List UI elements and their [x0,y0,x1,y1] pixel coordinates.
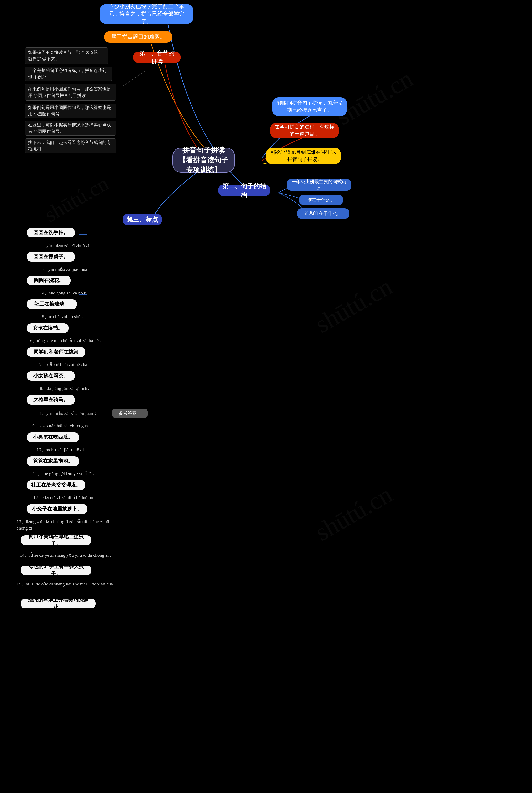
sentence-structure-1: 一年级上册最主要的句式就是 [287,179,351,191]
pinyin-line-2: 2、yín miǎo zài cā zhuō zi . [27,241,104,250]
right-blue-1: 转眼间拼音句子拼读，国庆假期已经接近尾声了。 [272,97,347,116]
pinyin-line-7: 7、xiǎo nǚ hái zài hē chá . [27,360,102,369]
chinese-sentence-6: 同学们和老师在拔河 [27,347,85,357]
chinese-sentence-15: 碧绿的草地上开着美丽的鲜花。 [21,599,96,608]
ref-label: 参考答案： [112,409,148,418]
chinese-sentence-12: 小兔子在地里拔萝卜。 [27,504,87,514]
chinese-sentence-13: 两只小黄鸡在草地上捉虫子。 [21,535,92,545]
pinyin-line-11: 11、shé gōng gěi lǎo yé ye lǐ fà . [17,469,110,478]
right-yellow-1: 那么这道题目到底难在哪里呢拼音句子拼读? [266,148,341,164]
pinyin-line-10: 10、bà bɑ zài jiā lǐ tuō dì . [21,445,102,455]
sentence-structure-2: 谁在干什么。 [299,195,343,205]
section1-node: 第一、音节的拼读 [133,52,181,63]
orange-node-1: 属于拼音题目的难题。 [104,31,172,43]
text-explain-1: 如果孩子不会拼读音节，那么这道题目就肯定 做不来。 [25,48,108,64]
chinese-sentence-5: 女孩在读书。 [27,323,69,333]
pinyin-line-3: 3、yín miǎo zài jiāo huā . [27,264,104,274]
mindmap-container: 拼音句子拼读【看拼音读句子专项训练】 不少小朋友已经学完了前三个单元，换言之，拼… [0,0,532,793]
ref-answer-1: 1、yín miǎo zài xǐ shōu juàn； [27,409,110,418]
pinyin-line-5: 5、nǚ hái zài dú shū . [27,312,98,321]
chinese-sentence-8: 大将军在骑马。 [27,395,75,405]
chinese-sentence-3: 圆圆在浇花。 [27,276,71,285]
section2-node: 第二、句子的结构 [218,185,270,196]
svg-line-8 [122,71,146,86]
text-explain-6: 接下来，我们一起来看看这份音节成句的专 项练习 [25,139,116,153]
pinyin-line-4: 4、shé gōng zài cā bō li . [27,288,104,298]
chinese-sentence-1: 圆圆在洗手帕。 [27,228,75,237]
pinyin-line-8: 8、dà jiāng jūn zài qí mǎ . [27,384,102,393]
chinese-sentence-10: 爸爸在家里拖地。 [27,456,79,466]
pinyin-line-6: 6、tóng xué men hé lǎo shī zài bá hé . [17,336,114,345]
pinyin-line-14: 14、lǜ sè de yè zi shàng yǒu yī tiáo dà c… [13,548,118,563]
right-red-1: 在学习拼音的过程，有这样的一道题目， [270,123,339,138]
text-explain-4: 如果例句是用小圆圈作句号，那么答案也是用 小圆圈作句号； [25,104,116,118]
chinese-sentence-9: 小男孩在吃西瓜。 [27,432,79,442]
pinyin-line-9: 9、xiǎo nán hái zài chī xī guā . [17,421,106,430]
pinyin-line-15: 15、bì lǜ de cǎo dì shàng kāi zhe měi lì … [13,579,118,596]
sentence-structure-3: 谁和谁在干什么。 [297,208,349,219]
center-node: 拼音句子拼读【看拼音读句子专项训练】 [172,148,235,172]
pinyin-line-13: 13、liǎng zhī xiǎo huáng jī zài cǎo dì sh… [13,518,116,532]
chinese-sentence-4: 社工在擦玻璃。 [27,299,77,309]
chinese-sentence-11: 社工在给老爷爷理发。 [27,480,85,490]
chinese-sentence-14: 绿色的叶子上有一条大虫子。 [21,566,92,575]
text-explain-5: 在这里，可以根据实际情况来选择实心点或者 小圆圈作句号。 [25,121,116,135]
connection-lines [0,0,532,793]
section3-node: 第三、标点 [122,214,162,225]
text-explain-3: 如果例句是用小圆点作句号，那么答案也是用 小圆点作句号拼音句子拼读； [25,84,116,100]
chinese-sentence-7: 小女孩在喝茶。 [27,371,75,381]
top-blue-node: 不少小朋友已经学完了前三个单元，换言之，拼音已经全部学完了。 [100,4,193,24]
pinyin-line-12: 12、xiǎo tù zi zài dì lǐ bá luó bo . [17,493,112,502]
text-explain-2: 一个完整的句子必须有标点，拼音连成句也 不例外。 [25,67,112,81]
chinese-sentence-2: 圆圆在擦桌子。 [27,252,75,262]
